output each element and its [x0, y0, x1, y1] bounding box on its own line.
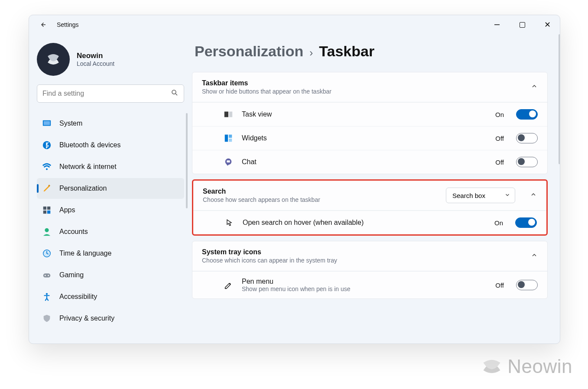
- sidebar-item-system[interactable]: System: [37, 113, 184, 134]
- panel-title: System tray icons: [202, 248, 337, 256]
- profile-sub: Local Account: [77, 60, 114, 67]
- avatar: [37, 43, 70, 76]
- window-controls: ✕: [484, 15, 560, 34]
- sidebar-item-network[interactable]: Network & internet: [37, 156, 184, 177]
- chevron-up-icon: [531, 252, 538, 260]
- toggle-state: Off: [495, 282, 504, 289]
- row-pen-menu: Pen menu Show pen menu icon when pen is …: [192, 271, 547, 298]
- watermark: Neowin: [481, 355, 572, 378]
- row-label: Task view: [242, 110, 272, 118]
- search-icon: [171, 89, 179, 98]
- shield-icon: [42, 314, 52, 323]
- back-button[interactable]: [37, 19, 49, 31]
- bluetooth-icon: [42, 140, 52, 150]
- svg-rect-5: [44, 121, 50, 125]
- sidebar-item-privacy[interactable]: Privacy & security: [37, 308, 184, 329]
- sidebar-item-label: Accessibility: [59, 293, 97, 301]
- apps-icon: [42, 205, 52, 215]
- toggle-chat[interactable]: [516, 157, 538, 167]
- titlebar: Settings ✕: [29, 15, 560, 34]
- row-search-hover: Open search on hover (when available) On: [193, 211, 546, 234]
- svg-point-17: [48, 275, 49, 276]
- pen-icon: [223, 279, 234, 291]
- svg-rect-19: [224, 112, 228, 117]
- sidebar-item-label: Gaming: [59, 271, 84, 279]
- svg-rect-11: [43, 211, 46, 214]
- sidebar-item-gaming[interactable]: Gaming: [37, 265, 184, 285]
- svg-point-2: [172, 90, 176, 94]
- row-sub: Show pen menu icon when pen is in use: [242, 285, 351, 292]
- paintbrush-icon: [42, 184, 52, 193]
- panel-desc: Choose which icons can appear in the sys…: [202, 257, 337, 264]
- watermark-text: Neowin: [507, 356, 572, 377]
- toggle-widgets[interactable]: [516, 133, 538, 143]
- sidebar-item-accessibility[interactable]: Accessibility: [37, 286, 184, 307]
- panel-search: Search Choose how search appears on the …: [193, 181, 546, 234]
- row-label: Pen menu: [242, 278, 351, 285]
- page-title: Taskbar: [319, 43, 374, 60]
- arrow-left-icon: [39, 21, 47, 29]
- chevron-up-icon: [530, 191, 537, 200]
- breadcrumb-parent[interactable]: Personalization: [195, 43, 303, 60]
- row-label: Widgets: [242, 134, 267, 142]
- search-mode-dropdown[interactable]: Search box: [446, 188, 515, 203]
- sidebar-item-apps[interactable]: Apps: [37, 200, 184, 220]
- search-input[interactable]: [42, 90, 171, 97]
- chevron-up-icon: [531, 83, 538, 91]
- dropdown-value: Search box: [452, 192, 485, 199]
- row-chat: Chat Off: [192, 150, 547, 174]
- toggle-state: Off: [495, 135, 504, 142]
- app-title: Settings: [57, 21, 79, 28]
- svg-rect-23: [229, 139, 232, 142]
- profile-name: Neowin: [77, 52, 114, 60]
- toggle-state: Off: [495, 159, 504, 166]
- close-icon: ✕: [544, 20, 551, 29]
- sidebar-item-label: Accounts: [59, 228, 88, 236]
- cursor-icon: [224, 217, 235, 228]
- svg-rect-21: [225, 135, 228, 142]
- svg-rect-25: [227, 160, 230, 162]
- toggle-search-hover[interactable]: [515, 217, 537, 228]
- panel-title: Search: [203, 188, 320, 195]
- svg-rect-9: [43, 207, 46, 210]
- toggle-pen-menu[interactable]: [516, 280, 538, 290]
- toggle-state: On: [494, 219, 503, 227]
- sidebar-item-label: Personalization: [59, 185, 107, 192]
- svg-point-13: [45, 228, 49, 232]
- gamepad-icon: [42, 270, 52, 280]
- sidebar-item-label: Bluetooth & devices: [59, 141, 120, 149]
- sidebar-item-time-language[interactable]: Time & language: [37, 243, 184, 264]
- main-scrollbar[interactable]: [559, 34, 560, 164]
- svg-point-7: [46, 168, 48, 170]
- chevron-down-icon: [504, 192, 510, 199]
- toggle-task-view[interactable]: [516, 109, 538, 120]
- main-content: Personalization › Taskbar Taskbar items …: [192, 34, 560, 344]
- svg-point-18: [46, 293, 48, 295]
- panel-header-system-tray[interactable]: System tray icons Choose which icons can…: [192, 241, 547, 271]
- minimize-button[interactable]: [484, 15, 510, 34]
- sidebar-item-label: System: [59, 120, 82, 127]
- profile-block[interactable]: Neowin Local Account: [37, 43, 184, 76]
- sidebar-item-bluetooth[interactable]: Bluetooth & devices: [37, 135, 184, 156]
- sidebar-item-label: Apps: [59, 206, 75, 214]
- panel-header-taskbar-items[interactable]: Taskbar items Show or hide buttons that …: [192, 72, 547, 102]
- accessibility-icon: [42, 292, 52, 301]
- panel-desc: Choose how search appears on the taskbar: [203, 196, 320, 203]
- svg-rect-20: [229, 112, 232, 117]
- sidebar-item-accounts[interactable]: Accounts: [37, 221, 184, 242]
- chat-icon: [223, 156, 234, 168]
- avatar-icon: [44, 50, 63, 69]
- svg-rect-22: [229, 135, 232, 138]
- toggle-state: On: [495, 111, 504, 118]
- sidebar-item-personalization[interactable]: Personalization: [37, 178, 184, 199]
- panel-system-tray: System tray icons Choose which icons can…: [192, 241, 548, 299]
- search-input-wrap[interactable]: [37, 84, 184, 103]
- row-widgets: Widgets Off: [192, 126, 547, 150]
- close-button[interactable]: ✕: [535, 15, 560, 34]
- system-icon: [42, 119, 52, 128]
- maximize-button[interactable]: [510, 15, 535, 34]
- breadcrumb: Personalization › Taskbar: [195, 43, 548, 60]
- panel-header-search[interactable]: Search Choose how search appears on the …: [193, 181, 546, 211]
- row-label: Chat: [242, 158, 257, 166]
- settings-window: Settings ✕ Neowin Local Account: [29, 15, 560, 344]
